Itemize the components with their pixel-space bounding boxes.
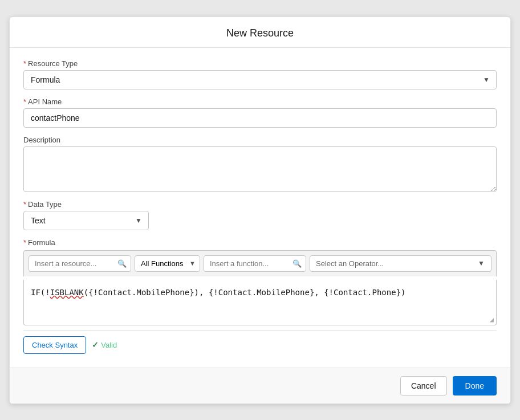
formula-controls-bar: 🔍 All Functions ▼ 🔍 Select	[23, 250, 497, 276]
operator-wrapper: Select an Operator... ▼	[310, 255, 491, 272]
description-field: Description	[23, 136, 497, 192]
resize-handle-icon: ◢	[490, 316, 494, 324]
description-label: Description	[23, 136, 497, 144]
insert-resource-input[interactable]	[29, 255, 131, 272]
data-type-required-star: *	[23, 200, 26, 209]
data-type-field: *Data Type Text Number Currency Date Dat…	[23, 200, 497, 230]
insert-function-input[interactable]	[204, 255, 306, 272]
all-functions-select[interactable]: All Functions	[135, 255, 200, 272]
data-type-label: *Data Type	[23, 200, 497, 209]
formula-content: IF(!ISBLANK({!Contact.MobilePhone}), {!C…	[31, 288, 405, 297]
done-button[interactable]: Done	[453, 376, 497, 395]
operator-select[interactable]: Select an Operator...	[310, 255, 491, 272]
resource-type-label: *Resource Type	[23, 59, 497, 68]
resource-type-select-wrapper: Formula Variable Constant Stage Choice ▼	[23, 70, 497, 89]
check-syntax-row: Check Syntax ✓ Valid	[23, 330, 497, 356]
formula-required-star: *	[23, 238, 26, 247]
valid-badge: ✓ Valid	[92, 340, 117, 349]
valid-check-icon: ✓	[92, 340, 99, 349]
api-name-label: *API Name	[23, 97, 497, 106]
data-type-select-wrapper: Text Number Currency Date Date/Time Bool…	[23, 211, 149, 230]
resource-type-required-star: *	[23, 59, 26, 68]
resource-type-field: *Resource Type Formula Variable Constant…	[23, 59, 497, 89]
api-name-input[interactable]: contactPhone	[23, 108, 497, 128]
all-functions-wrapper: All Functions ▼	[135, 255, 200, 272]
new-resource-dialog: New Resource *Resource Type Formula Vari…	[9, 17, 511, 404]
dialog-header: New Resource	[10, 17, 510, 48]
resource-type-select[interactable]: Formula Variable Constant Stage Choice	[23, 70, 497, 89]
description-textarea[interactable]	[23, 146, 497, 192]
api-name-required-star: *	[23, 97, 26, 106]
check-syntax-button[interactable]: Check Syntax	[23, 336, 86, 354]
api-name-field: *API Name contactPhone	[23, 97, 497, 128]
cancel-button[interactable]: Cancel	[400, 376, 447, 395]
valid-label: Valid	[101, 341, 117, 349]
formula-field: *Formula 🔍 All Functions ▼	[23, 238, 497, 356]
formula-label: *Formula	[23, 238, 497, 247]
data-type-select[interactable]: Text Number Currency Date Date/Time Bool…	[23, 211, 149, 230]
dialog-body: *Resource Type Formula Variable Constant…	[10, 48, 510, 368]
formula-editor[interactable]: IF(!ISBLANK({!Contact.MobilePhone}), {!C…	[23, 280, 497, 325]
dialog-title: New Resource	[226, 27, 294, 39]
insert-resource-wrapper: 🔍	[29, 255, 131, 272]
dialog-footer: Cancel Done	[10, 368, 510, 403]
formula-isblank: ISBLANK	[50, 288, 84, 297]
insert-function-wrapper: 🔍	[204, 255, 306, 272]
